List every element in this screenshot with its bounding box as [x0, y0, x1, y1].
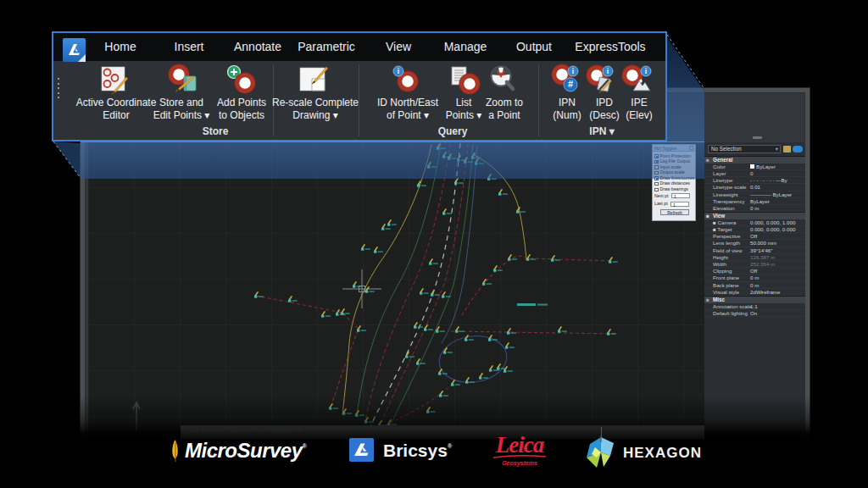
svg-text:#: #: [568, 79, 573, 89]
